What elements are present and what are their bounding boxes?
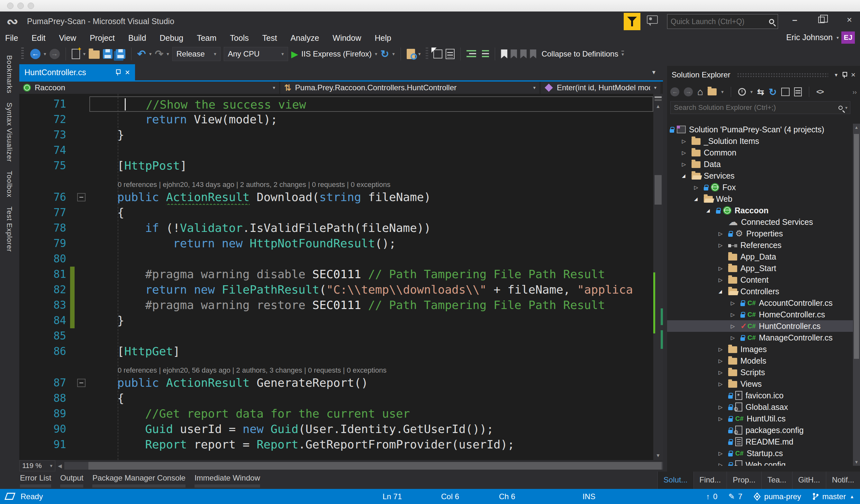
navigate-back-dropdown[interactable]: ▾ xyxy=(44,51,46,57)
toolbar-overflow-icon[interactable]: ▾ xyxy=(621,51,624,57)
panel-tab-error-list[interactable]: Error List xyxy=(20,474,51,488)
overflow-icon[interactable]: ›› xyxy=(852,88,857,96)
code-text[interactable]: #pragma warning disable SEC0111 // Path … xyxy=(89,267,653,282)
code-line-88[interactable]: 88 { xyxy=(19,390,653,406)
collapsed-arrow-icon[interactable]: ▷ xyxy=(718,265,728,271)
code-text[interactable]: Guid userId = new Guid(User.Identity.Get… xyxy=(89,421,653,437)
home-icon[interactable]: ⌂ xyxy=(697,86,703,97)
menu-debug[interactable]: Debug xyxy=(160,33,184,43)
restore-button[interactable] xyxy=(818,17,825,23)
split-grip-icon[interactable] xyxy=(655,97,662,98)
tree-item-scripts[interactable]: ▷Scripts xyxy=(667,367,853,378)
forward-icon[interactable]: → xyxy=(684,87,693,97)
solution-search-box[interactable]: ▾ xyxy=(670,101,850,114)
close-icon[interactable]: × xyxy=(851,70,856,79)
branch-button[interactable]: master ▲ xyxy=(812,492,854,501)
tree-item-fox[interactable]: ▷Fox xyxy=(667,181,853,193)
code-line-84[interactable]: 84 } xyxy=(19,313,653,328)
member-dropdown[interactable]: Enter(int id, HuntModel model) ▾ xyxy=(541,81,660,94)
collapsed-arrow-icon[interactable]: ▷ xyxy=(694,184,704,191)
code-line-85[interactable]: 85 xyxy=(19,328,653,344)
tree-item-app-data[interactable]: App_Data xyxy=(667,251,853,263)
code-text[interactable] xyxy=(89,328,653,344)
right-panel-tab-gith[interactable]: GitH... xyxy=(792,472,826,489)
toolbar-grip[interactable] xyxy=(21,47,24,60)
menu-build[interactable]: Build xyxy=(128,33,146,43)
mac-close-button[interactable] xyxy=(7,3,14,9)
tree-item-common[interactable]: ▷Common xyxy=(667,147,853,158)
solution-explorer-titlebar[interactable]: Solution Explorer ▾ × xyxy=(667,66,860,84)
collapsed-arrow-icon[interactable]: ▷ xyxy=(718,346,728,352)
side-tab-syntax-visualizer[interactable]: Syntax Visualizer xyxy=(5,102,14,162)
show-all-files-icon[interactable] xyxy=(794,87,802,97)
code-text[interactable] xyxy=(89,143,653,158)
feedback-icon[interactable] xyxy=(647,15,658,24)
redo-dropdown[interactable]: ▾ xyxy=(167,51,169,57)
collapsed-arrow-icon[interactable]: ▷ xyxy=(718,416,728,422)
collapsed-arrow-icon[interactable]: ▷ xyxy=(682,138,691,144)
attach-find-icon[interactable] xyxy=(407,49,415,59)
code-line-80[interactable]: 80 xyxy=(19,251,653,267)
tree-item-images[interactable]: ▷Images xyxy=(667,343,853,355)
scrollbar-thumb[interactable] xyxy=(854,134,859,359)
menu-help[interactable]: Help xyxy=(374,33,391,43)
status-character[interactable]: Ch 6 xyxy=(499,492,515,501)
collapse-region-icon[interactable] xyxy=(77,193,86,202)
tree-item-web-config[interactable]: ▷Web.config xyxy=(667,459,853,466)
right-panel-tab-tea[interactable]: Tea... xyxy=(761,472,792,489)
tree-item-raccoon[interactable]: ◢Raccoon xyxy=(667,205,853,216)
code-text[interactable]: #pragma warning restore SEC0111 // Path … xyxy=(89,297,653,313)
tree-item-managecontroller-cs[interactable]: ▷C#ManageController.cs xyxy=(667,332,853,343)
side-tab-toolbox[interactable]: Toolbox xyxy=(5,171,14,197)
code-text[interactable]: { xyxy=(89,390,653,406)
unpublished-commits-button[interactable]: ↑ 0 xyxy=(706,492,717,501)
quick-launch-input[interactable] xyxy=(668,17,769,26)
view-code-icon[interactable]: <> xyxy=(816,88,823,96)
right-panel-tab-prop[interactable]: Prop... xyxy=(727,472,761,489)
prev-bookmark-icon[interactable] xyxy=(511,49,517,58)
refresh-icon[interactable]: ↻ xyxy=(381,48,389,60)
project-dropdown[interactable]: Raccoon ▾ xyxy=(19,81,280,94)
window-position-dropdown-icon[interactable]: ▾ xyxy=(835,72,837,78)
user-menu[interactable]: Eric Johnson ▾ xyxy=(786,33,839,42)
collapsed-arrow-icon[interactable]: ▷ xyxy=(718,404,728,410)
code-line-76[interactable]: 76 public ActionResult Download(string f… xyxy=(19,190,653,205)
code-text[interactable]: public ActionResult GenerateReport() xyxy=(89,375,653,390)
tree-item-data[interactable]: ▷Data xyxy=(667,158,853,170)
attach-find-dropdown[interactable]: ▾ xyxy=(418,51,421,57)
start-debug-icon[interactable]: ▶ xyxy=(291,49,298,59)
right-panel-tab-notif[interactable]: Notif... xyxy=(826,472,860,489)
tree-item-web[interactable]: ◢Web xyxy=(667,193,853,205)
scroll-up-icon[interactable]: ▲ xyxy=(853,125,860,130)
code-line-81[interactable]: 81 #pragma warning disable SEC0111 // Pa… xyxy=(19,267,653,282)
clear-bookmarks-icon[interactable] xyxy=(530,49,536,58)
scroll-down-icon[interactable]: ▼ xyxy=(653,453,663,458)
collapsed-arrow-icon[interactable]: ▷ xyxy=(682,150,691,156)
mac-minimize-button[interactable] xyxy=(17,3,24,9)
right-panel-tab-find[interactable]: Find... xyxy=(693,472,727,489)
expanded-arrow-icon[interactable]: ◢ xyxy=(706,208,716,213)
tree-item-accountcontroller-cs[interactable]: ▷C#AccountController.cs xyxy=(667,297,853,309)
configuration-dropdown[interactable]: Release▾ xyxy=(172,47,220,61)
code-editor[interactable]: 71 //Show the success view72 return View… xyxy=(19,94,653,460)
scroll-left-icon[interactable]: ◀ xyxy=(58,463,62,469)
tree-item-connected-services[interactable]: ☁Connected Services xyxy=(667,216,853,228)
collapsed-arrow-icon[interactable]: ▷ xyxy=(731,300,741,306)
tree-item-controllers[interactable]: ◢Controllers xyxy=(667,285,853,297)
switch-views-dropdown[interactable]: ▾ xyxy=(721,89,724,95)
switch-views-icon[interactable] xyxy=(707,88,717,95)
filter-icon[interactable] xyxy=(624,13,641,30)
code-line-82[interactable]: 82 return new FilePathResult("C:\\temp\\… xyxy=(19,282,653,297)
code-line-77[interactable]: 77 { xyxy=(19,205,653,220)
tree-item-properties[interactable]: ▷⚙Properties xyxy=(667,228,853,239)
code-text[interactable]: return new HttpNotFoundResult(); xyxy=(89,236,653,251)
quick-launch-box[interactable] xyxy=(667,14,778,29)
tree-item-homecontroller-cs[interactable]: ▷C#HomeController.cs xyxy=(667,309,853,320)
code-line-83[interactable]: 83 #pragma warning restore SEC0111 // Pa… xyxy=(19,297,653,313)
open-folder-icon[interactable] xyxy=(89,50,100,59)
collapsed-arrow-icon[interactable]: ▷ xyxy=(718,358,728,364)
close-button[interactable]: × xyxy=(842,15,857,25)
navigate-forward-icon[interactable]: → xyxy=(49,49,60,59)
minimize-button[interactable]: – xyxy=(788,15,802,25)
code-line-89[interactable]: 89 //Get report data for the current use… xyxy=(19,406,653,421)
